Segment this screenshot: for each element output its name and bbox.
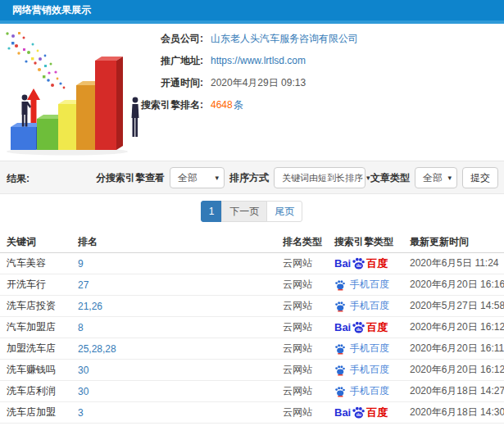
keyword-cell: 加盟洗车店: [0, 342, 78, 356]
mobile-baidu-icon: [334, 364, 346, 376]
updated-cell: 2020年6月20日 16:11: [410, 342, 504, 356]
svg-text:du: du: [356, 263, 361, 268]
table-row: 洗车店利润 30 云网站 手机百度 2020年6月18日 14:27: [0, 381, 504, 402]
result-label: 结果:: [7, 172, 30, 186]
baidu-logo: Bai du 百度: [334, 320, 388, 335]
rank-type-cell: 云网站: [283, 363, 330, 377]
article-type-label: 文章类型: [370, 171, 410, 185]
updated-cell: 2020年6月5日 11:24: [410, 256, 504, 270]
businessman-right: [132, 97, 139, 137]
submit-button[interactable]: 提交: [462, 167, 498, 188]
rank-count: 4648: [211, 99, 233, 111]
col-rank-type: 排名类型: [283, 235, 330, 249]
mobile-baidu-badge: 手机百度: [334, 384, 389, 398]
mobile-baidu-icon: [334, 342, 346, 355]
updated-cell: 2020年6月20日 16:12: [410, 320, 504, 334]
mobile-baidu-badge: 手机百度: [334, 299, 389, 313]
rank-cell: 30: [78, 365, 283, 376]
confetti-dots: [6, 32, 65, 88]
mobile-baidu-icon: [334, 300, 346, 312]
engine-cell: 手机百度: [330, 342, 410, 356]
rank-cell: 21,26: [78, 301, 283, 312]
table-row: 开洗车行 27 云网站 手机百度 2020年6月20日 16:16: [0, 274, 504, 296]
rank-cell: 27: [78, 279, 283, 291]
engine-filter-select[interactable]: 全部 ▾: [170, 167, 225, 188]
engine-cell: Bai du 百度: [330, 406, 410, 420]
rank-type-cell: 云网站: [283, 256, 330, 270]
updated-cell: 2020年6月18日 14:30: [410, 406, 504, 419]
rank-type-cell: 云网站: [283, 384, 330, 398]
engine-rank-label: 搜索引擎排名:: [141, 98, 203, 112]
chevron-down-icon: ▾: [366, 174, 370, 182]
next-page-button[interactable]: 下一页: [221, 201, 267, 222]
baidu-paw-icon: du: [352, 320, 366, 334]
article-type-value: 全部: [423, 171, 443, 185]
rank-cell: 30: [78, 386, 283, 397]
info-section: 会员公司: 山东老人头汽车服务咨询有限公司 推广地址: https://www.…: [0, 25, 504, 159]
engine-cell: 手机百度: [330, 363, 410, 377]
keyword-rank-table: 关键词 排名 排名类型 搜索引擎类型 最新更新时间 汽车美容 9 云网站 Bai…: [0, 231, 504, 424]
baidu-logo: Bai du 百度: [334, 256, 388, 271]
engine-cell: 手机百度: [330, 278, 410, 292]
mobile-baidu-badge: 手机百度: [334, 278, 389, 292]
table-row: 汽车美容 9 云网站 Bai du 百度 2020年6月5日 11:24: [0, 253, 504, 274]
header-bar: 网络营销效果展示: [0, 0, 504, 20]
bar-red: [95, 57, 123, 150]
bar-chart-illustration: [2, 26, 149, 156]
keyword-cell: 开洗车行: [0, 278, 78, 292]
page-title: 网络营销效果展示: [0, 0, 504, 20]
table-row: 洗车店加盟 3 云网站 Bai du 百度 2020年6月18日 14:30: [0, 402, 504, 424]
keyword-cell: 汽车美容: [0, 256, 78, 270]
keyword-cell: 洗车店利润: [0, 384, 78, 398]
last-page-button[interactable]: 尾页: [266, 201, 302, 222]
rank-cell: 3: [78, 407, 283, 419]
rank-cell: 25,28,28: [78, 343, 283, 355]
company-link[interactable]: 山东老人头汽车服务咨询有限公司: [211, 32, 358, 46]
rank-cell: 8: [78, 322, 283, 333]
info-row-engine-rank: 搜索引擎排名: 4648条: [141, 98, 358, 111]
table-row: 汽车加盟店 8 云网站 Bai du 百度 2020年6月20日 16:12: [0, 317, 504, 338]
engine-filter-value: 全部: [178, 171, 198, 185]
open-time-value: 2020年4月29日 09:13: [211, 76, 306, 90]
engine-cell: 手机百度: [330, 299, 410, 313]
col-keyword: 关键词: [0, 235, 78, 249]
info-row-url: 推广地址: https://www.lrtlsd.com: [141, 54, 358, 67]
rank-type-cell: 云网站: [283, 278, 330, 292]
keyword-cell: 洗车店投资: [0, 299, 78, 313]
baidu-paw-icon: du: [352, 256, 366, 270]
baidu-paw-icon: du: [352, 406, 366, 419]
rank-type-cell: 云网站: [283, 406, 330, 419]
table-row: 洗车赚钱吗 30 云网站 手机百度 2020年6月20日 16:12: [0, 360, 504, 381]
engine-cell: Bai du 百度: [330, 320, 410, 335]
article-type-select[interactable]: 全部 ▾: [415, 167, 457, 188]
filter-bar: 结果: 分搜索引擎查看 全部 ▾ 排序方式 关键词由短到长排序 ▾ 文章类型 全…: [0, 161, 504, 194]
table-header-row: 关键词 排名 排名类型 搜索引擎类型 最新更新时间: [0, 231, 504, 253]
sort-filter-select[interactable]: 关键词由短到长排序 ▾: [274, 167, 366, 188]
header-bar-strip: [0, 20, 504, 24]
updated-cell: 2020年6月20日 16:16: [410, 278, 504, 292]
page-1-button[interactable]: 1: [201, 201, 223, 222]
company-info: 会员公司: 山东老人头汽车服务咨询有限公司 推广地址: https://www.…: [141, 32, 358, 120]
url-label: 推广地址:: [141, 54, 203, 68]
company-label: 会员公司:: [141, 32, 203, 46]
col-updated: 最新更新时间: [410, 235, 504, 249]
keyword-cell: 洗车店加盟: [0, 406, 78, 419]
updated-cell: 2020年6月20日 16:12: [410, 363, 504, 377]
mobile-baidu-icon: [334, 385, 346, 397]
rank-type-cell: 云网站: [283, 299, 330, 313]
info-row-company: 会员公司: 山东老人头汽车服务咨询有限公司: [141, 32, 358, 45]
rank-cell: 9: [78, 258, 283, 270]
rank-type-cell: 云网站: [283, 342, 330, 356]
mobile-baidu-badge: 手机百度: [334, 363, 389, 377]
chevron-down-icon: ▾: [447, 174, 452, 182]
baidu-logo: Bai du 百度: [334, 406, 388, 420]
updated-cell: 2020年6月18日 14:27: [410, 384, 504, 398]
mobile-baidu-icon: [334, 279, 346, 291]
promotion-url-link[interactable]: https://www.lrtlsd.com: [211, 55, 306, 66]
col-engine-type: 搜索引擎类型: [330, 235, 410, 249]
rank-type-cell: 云网站: [283, 320, 330, 334]
table-row: 洗车店投资 21,26 云网站 手机百度 2020年5月27日 14:58: [0, 296, 504, 317]
sort-filter-label: 排序方式: [229, 171, 269, 185]
engine-rank-value: 4648条: [211, 98, 243, 112]
svg-text:du: du: [356, 412, 361, 417]
